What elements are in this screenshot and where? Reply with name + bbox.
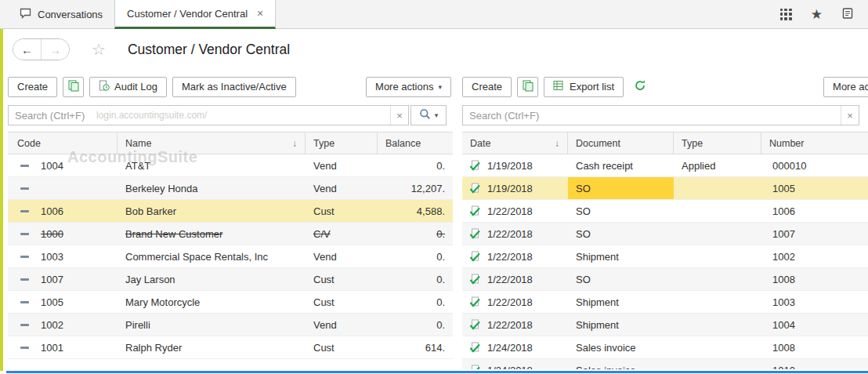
cell-code: 1000	[8, 223, 118, 245]
search-input[interactable]	[9, 110, 390, 122]
table-row[interactable]: 1/19/2018 Cash receipt Applied 000010	[462, 154, 868, 177]
chat-icon	[20, 8, 32, 21]
cell-name: Bob Barker	[118, 200, 306, 222]
export-list-button[interactable]: Export list	[544, 77, 624, 97]
create-button[interactable]: Create	[8, 77, 57, 97]
status-dash-icon	[20, 347, 29, 349]
audit-log-button[interactable]: Audit Log	[89, 77, 167, 97]
table-body: 1/19/2018 Cash receipt Applied 000010 1/…	[462, 154, 868, 369]
table-row[interactable]: 1/22/2018 SO 1008	[462, 268, 868, 291]
table-row[interactable]: 1007 Jay Larson Cust 0.	[8, 268, 453, 291]
column-header-balance[interactable]: Balance	[378, 133, 453, 154]
create-button[interactable]: Create	[462, 77, 512, 97]
customers-search: login.accountingsuite.com/ ×	[8, 105, 409, 125]
table-row[interactable]: 1/22/2018 SO 1006	[462, 200, 868, 223]
table-row[interactable]: 1005 Mary Motorcycle Cust 0.	[8, 291, 453, 314]
cell-code	[8, 177, 118, 199]
cell-number: 1007	[761, 223, 868, 245]
column-header-date[interactable]: Date ↓	[462, 133, 568, 154]
cell-date: 1/22/2018	[462, 223, 568, 245]
cell-type: Cust	[306, 268, 378, 290]
table-row[interactable]: 1/22/2018 SO 1007	[462, 223, 868, 245]
forward-button[interactable]: →	[42, 39, 69, 60]
tab-label: Conversations	[38, 9, 103, 20]
cell-type	[674, 245, 761, 267]
column-header-document[interactable]: Document	[568, 133, 674, 154]
search-input[interactable]	[463, 110, 841, 122]
cell-type	[674, 314, 761, 336]
cell-balance: 0.	[378, 268, 453, 290]
table-row[interactable]: 1/22/2018 Shipment 1002	[462, 245, 868, 268]
tab-customer-vendor-central[interactable]: Customer / Vendor Central ×	[114, 0, 276, 29]
clear-icon[interactable]: ×	[390, 106, 408, 125]
tab-conversations[interactable]: Conversations	[8, 0, 114, 28]
cell-type	[674, 177, 761, 199]
cell-type	[674, 268, 761, 290]
history-icon[interactable]	[841, 7, 854, 22]
posted-document-icon	[468, 205, 481, 217]
cell-type: Vend	[306, 245, 378, 267]
table-row[interactable]: 1006 Bob Barker Cust 4,588.	[8, 200, 453, 223]
table-row[interactable]: 1003 Commercial Space Rentals, Inc Vend …	[8, 245, 453, 268]
cell-document: Shipment	[568, 314, 674, 336]
cell-document: SO	[568, 223, 674, 245]
documents-toolbar: Create Export list More actions ▾	[462, 76, 868, 97]
cell-type	[674, 359, 761, 369]
cell-balance: 0.	[378, 245, 453, 267]
close-icon[interactable]: ×	[257, 7, 263, 20]
posted-document-icon	[468, 342, 481, 354]
favorite-star-icon[interactable]: ☆	[92, 42, 106, 57]
table-row[interactable]: 1/22/2018 Shipment 1004	[462, 314, 868, 336]
cell-date: 1/22/2018	[462, 314, 568, 336]
search-options-button[interactable]: ▾	[410, 105, 447, 125]
column-header-name[interactable]: Name ↓	[118, 133, 306, 154]
back-button[interactable]: ←	[13, 39, 42, 60]
favorites-star-icon[interactable]: ★	[811, 8, 823, 21]
more-actions-button[interactable]: More actions ▾	[823, 77, 868, 97]
table-row[interactable]: Berkeley Honda Vend 12,207.	[8, 177, 453, 200]
status-dash-icon	[20, 165, 29, 167]
cell-balance: 12,207.	[378, 177, 453, 199]
chevron-down-icon: ▾	[435, 111, 439, 119]
table-row[interactable]: 1/24/2018 Sales invoice 1008	[462, 336, 868, 359]
cell-number: 1004	[761, 314, 868, 336]
table-row[interactable]: 1001 Ralph Ryder Cust 614.	[8, 336, 453, 359]
table-row[interactable]: 1/24/2018 Sales invoice 1010	[462, 359, 868, 369]
status-dash-icon	[20, 324, 29, 326]
table-row[interactable]: 1004 AT&T Vend 0.	[8, 154, 453, 177]
more-actions-button[interactable]: More actions ▾	[366, 77, 451, 97]
create-copy-button[interactable]	[517, 77, 538, 97]
export-list-icon	[553, 80, 565, 93]
cell-number: 1006	[761, 200, 868, 222]
cell-date: 1/24/2018	[462, 336, 568, 358]
cell-name: Ralph Ryder	[118, 336, 306, 358]
top-tab-bar: Conversations Customer / Vendor Central …	[0, 0, 868, 29]
cell-type: Vend	[306, 314, 378, 336]
table-row[interactable]: 1/19/2018 SO 1005	[462, 177, 868, 200]
cell-type	[674, 291, 761, 313]
create-copy-button[interactable]	[63, 77, 84, 97]
mark-inactive-active-button[interactable]: Mark as Inactive/Active	[172, 77, 296, 97]
table-row[interactable]: 1000 Brand New Customer C/V 0.	[8, 223, 453, 245]
cell-number: 1002	[761, 245, 868, 267]
cell-type: Cust	[306, 291, 378, 313]
customers-table: Code Name ↓ Type Balance 1004 AT&T Vend …	[8, 132, 453, 369]
table-row[interactable]: 1/22/2018 Shipment 1003	[462, 291, 868, 314]
column-header-type[interactable]: Type	[674, 133, 761, 154]
apps-grid-icon[interactable]	[780, 9, 792, 20]
refresh-button[interactable]	[629, 77, 650, 97]
cell-balance: 0.	[378, 223, 453, 245]
status-dash-icon	[20, 278, 29, 281]
cell-code: 1005	[8, 291, 118, 313]
clear-icon[interactable]: ×	[841, 106, 859, 125]
cell-type	[674, 336, 761, 358]
column-header-code[interactable]: Code	[8, 133, 118, 154]
column-header-number[interactable]: Number	[761, 133, 868, 154]
cell-code: 1002	[8, 314, 118, 336]
table-row[interactable]: 1002 Pirelli Vend 0.	[8, 314, 453, 336]
cell-number: 1010	[761, 359, 868, 369]
cell-type: Cust	[306, 200, 378, 222]
posted-document-icon	[468, 183, 481, 194]
column-header-type[interactable]: Type	[306, 133, 378, 154]
chevron-down-icon: ▾	[438, 83, 442, 91]
